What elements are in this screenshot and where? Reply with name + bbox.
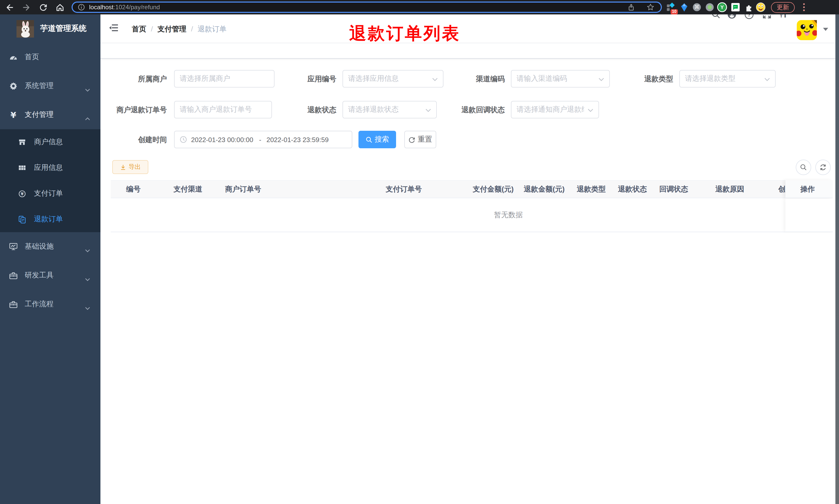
column-header-create-time-clipped: 创建时间 bbox=[778, 180, 785, 198]
extension-greendot-icon[interactable] bbox=[704, 2, 715, 12]
notify-status-placeholder: 请选择通知商户退款结果 bbox=[517, 105, 585, 114]
browser-forward-button[interactable] bbox=[21, 2, 31, 12]
back-icon bbox=[5, 3, 14, 12]
merchant-refund-no-input[interactable]: 请输入商户退款订单号 bbox=[174, 101, 272, 119]
sidebar-item-pay-order[interactable]: ¥ 支付订单 bbox=[0, 181, 101, 206]
site-info-icon[interactable] bbox=[78, 4, 85, 11]
breadcrumb-payment[interactable]: 支付管理 bbox=[158, 25, 186, 33]
chevron-down-icon bbox=[85, 85, 90, 94]
filter-label-channel: 渠道编码 bbox=[456, 70, 505, 88]
extension-tabs-icon[interactable]: 10 bbox=[665, 2, 676, 12]
command-icon: ⌘ bbox=[692, 3, 701, 12]
briefcase-icon bbox=[9, 300, 18, 308]
sidebar-item-workflow[interactable]: 工作流程 bbox=[0, 290, 101, 319]
sidebar-item-payment[interactable]: ¥ 支付管理 bbox=[0, 101, 101, 129]
breadcrumb-separator: / bbox=[151, 25, 153, 33]
page-title-annotation: 退款订单列表 bbox=[349, 22, 461, 45]
create-time-range-picker[interactable]: 2022-01-23 00:00:00 - 2022-01-23 23:59:5… bbox=[174, 131, 352, 148]
sidebar-item-label: 系统管理 bbox=[25, 82, 54, 91]
sidebar-item-home[interactable]: 首页 bbox=[0, 43, 101, 72]
gear-icon bbox=[9, 82, 18, 90]
pikachu-avatar-icon bbox=[797, 20, 817, 40]
filter-label-refund-status: 退款状态 bbox=[288, 101, 336, 119]
extension-chat-icon[interactable] bbox=[730, 2, 740, 12]
green-dot-icon bbox=[705, 3, 714, 12]
share-icon[interactable] bbox=[627, 3, 635, 11]
chevron-down-icon bbox=[85, 274, 90, 283]
bookmark-star-icon[interactable] bbox=[646, 3, 655, 11]
avatar-caret-down-icon[interactable] bbox=[823, 28, 828, 31]
chat-icon bbox=[731, 3, 740, 12]
browser-back-button[interactable] bbox=[4, 2, 14, 12]
app-logo-row[interactable]: 芋道管理系统 bbox=[0, 14, 101, 43]
select-chevron-down-icon bbox=[588, 105, 593, 114]
select-chevron-down-icon bbox=[764, 74, 770, 84]
sidebar-item-merchant-info[interactable]: 商户信息 bbox=[0, 129, 101, 155]
toggle-search-button[interactable] bbox=[796, 160, 811, 175]
sidebar-collapse-button[interactable] bbox=[109, 24, 118, 34]
column-header-id: 编号 bbox=[126, 180, 141, 198]
sidebar-item-infrastructure[interactable]: 基础设施 bbox=[0, 232, 101, 261]
column-header-refund-type: 退款类型 bbox=[577, 180, 606, 198]
app-select[interactable]: 请选择应用信息 bbox=[342, 70, 444, 88]
kebab-menu-icon bbox=[803, 3, 805, 11]
merchant-input[interactable]: 请选择所属商户 bbox=[174, 70, 274, 88]
channel-select[interactable]: 请输入渠道编码 bbox=[511, 70, 610, 88]
search-icon bbox=[365, 136, 372, 143]
fixed-action-column-header: 操作 bbox=[785, 180, 833, 198]
search-button[interactable]: 搜索 bbox=[358, 131, 396, 148]
tags-view-bar bbox=[101, 43, 835, 59]
reset-button-label: 重置 bbox=[418, 135, 432, 144]
browser-menu-button[interactable] bbox=[799, 2, 809, 12]
column-header-refund-status: 退款状态 bbox=[618, 180, 647, 198]
breadcrumb-home[interactable]: 首页 bbox=[132, 25, 146, 33]
search-button-label: 搜索 bbox=[375, 135, 389, 144]
column-header-callback-status: 回调状态 bbox=[659, 180, 688, 198]
extension-gem-icon[interactable] bbox=[679, 2, 689, 12]
sidebar-item-app-info[interactable]: 应用信息 bbox=[0, 155, 101, 181]
filter-label-merchant-refund-no: 商户退款订单号 bbox=[112, 101, 167, 119]
refresh-table-button[interactable] bbox=[815, 160, 831, 175]
browser-profile-avatar[interactable] bbox=[755, 2, 766, 12]
payment-submenu: 商户信息 应用信息 ¥ 支付订单 退款订单 bbox=[0, 129, 101, 232]
sidebar-item-dev-tools[interactable]: 研发工具 bbox=[0, 261, 101, 290]
y-logo-icon: Y bbox=[717, 2, 727, 12]
create-time-end: 2022-01-23 23:59:59 bbox=[267, 136, 329, 143]
chevron-up-icon bbox=[85, 113, 90, 123]
notify-status-select[interactable]: 请选择通知商户退款结果 bbox=[511, 101, 599, 119]
browser-reload-button[interactable] bbox=[38, 2, 49, 12]
date-range-separator: - bbox=[259, 136, 262, 143]
filter-label-notify-status: 退款回调状态 bbox=[439, 101, 505, 119]
refund-status-select[interactable]: 请选择退款状态 bbox=[342, 101, 437, 119]
column-header-refund-reason: 退款原因 bbox=[715, 180, 744, 198]
page-scrollbar[interactable] bbox=[835, 14, 839, 504]
svg-text:Y: Y bbox=[720, 4, 724, 10]
sidebar-item-label: 首页 bbox=[25, 53, 39, 62]
grid-icon bbox=[19, 164, 26, 172]
url-bar[interactable]: localhost:1024/pay/refund bbox=[72, 2, 662, 13]
sidebar-item-refund-order[interactable]: 退款订单 bbox=[0, 206, 101, 232]
breadcrumb-current: 退款订单 bbox=[198, 25, 227, 33]
sidebar-item-system[interactable]: 系统管理 bbox=[0, 72, 101, 101]
extension-command-icon[interactable]: ⌘ bbox=[692, 2, 702, 12]
reset-button[interactable]: 重置 bbox=[404, 131, 436, 148]
filter-label-merchant: 所属商户 bbox=[112, 70, 167, 88]
channel-placeholder: 请输入渠道编码 bbox=[517, 74, 595, 84]
sidebar-item-label: 基础设施 bbox=[25, 242, 54, 251]
extension-y-icon[interactable]: Y bbox=[717, 2, 727, 12]
user-avatar[interactable] bbox=[797, 20, 817, 42]
svg-text:⌘: ⌘ bbox=[694, 4, 699, 10]
extensions-puzzle-button[interactable] bbox=[743, 2, 753, 12]
refresh-icon bbox=[408, 136, 415, 143]
breadcrumb-separator: / bbox=[191, 25, 193, 33]
sidebar-item-label: 支付管理 bbox=[25, 110, 54, 120]
browser-update-button[interactable]: 更新 bbox=[771, 2, 795, 13]
refresh-cycle-icon bbox=[819, 164, 827, 171]
browser-home-button[interactable] bbox=[55, 2, 65, 12]
refund-type-select[interactable]: 请选择退款类型 bbox=[679, 70, 775, 88]
select-chevron-down-icon bbox=[432, 74, 438, 84]
store-icon bbox=[19, 139, 26, 146]
export-button[interactable]: 导出 bbox=[112, 160, 148, 174]
refund-order-icon bbox=[19, 216, 26, 223]
app-logo-rabbit bbox=[17, 20, 34, 37]
